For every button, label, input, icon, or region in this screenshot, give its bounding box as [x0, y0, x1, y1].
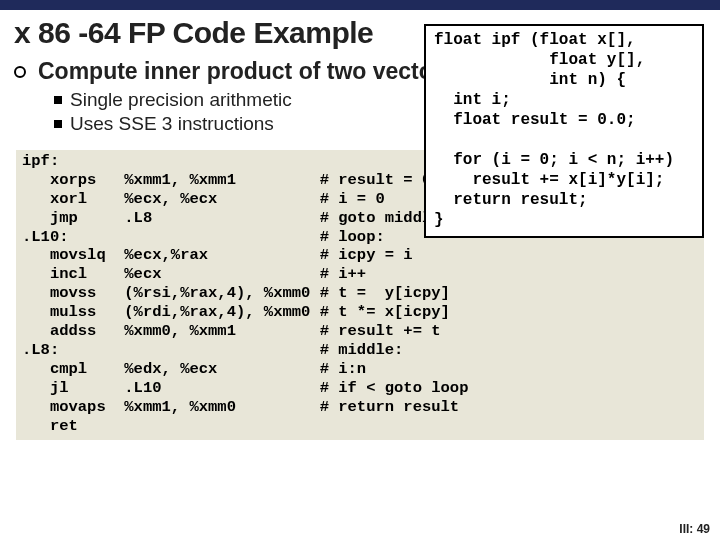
sub-bullet-label: Single precision arithmetic [70, 88, 292, 112]
slide-content: x 86 -64 FP Code Example Compute inner p… [0, 10, 720, 136]
sub-bullet-label: Uses SSE 3 instructions [70, 112, 274, 136]
c-code-box: float ipf (float x[], float y[], int n) … [424, 24, 704, 238]
square-bullet-icon [54, 120, 62, 128]
bullet-text: Compute inner product of two vectors [38, 58, 455, 84]
hollow-circle-icon [14, 66, 26, 78]
slide-number: III: 49 [679, 522, 710, 536]
slide-top-bar [0, 0, 720, 10]
square-bullet-icon [54, 96, 62, 104]
